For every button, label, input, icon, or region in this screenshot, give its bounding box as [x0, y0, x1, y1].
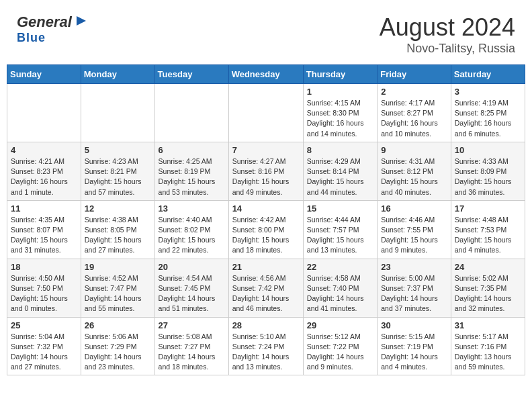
day-number: 3: [455, 87, 521, 97]
logo-general: General: [17, 13, 72, 31]
logo: General Blue: [17, 13, 89, 45]
day-info: Sunrise: 5:02 AM Sunset: 7:35 PM Dayligh…: [455, 273, 521, 314]
day-header-wednesday: Wednesday: [228, 65, 303, 84]
calendar-header-row: SundayMondayTuesdayWednesdayThursdayFrid…: [7, 65, 525, 84]
day-info: Sunrise: 4:17 AM Sunset: 8:27 PM Dayligh…: [381, 98, 447, 139]
calendar-cell: 14Sunrise: 4:42 AM Sunset: 8:00 PM Dayli…: [228, 200, 303, 259]
title-block: August 2024 Novo-Talitsy, Russia: [380, 13, 515, 56]
calendar-title: August 2024: [380, 13, 515, 42]
day-number: 4: [11, 145, 77, 155]
day-info: Sunrise: 4:25 AM Sunset: 8:19 PM Dayligh…: [159, 156, 225, 197]
calendar-cell: 31Sunrise: 5:17 AM Sunset: 7:16 PM Dayli…: [451, 317, 525, 375]
day-info: Sunrise: 4:42 AM Sunset: 8:00 PM Dayligh…: [232, 215, 300, 256]
day-info: Sunrise: 4:54 AM Sunset: 7:45 PM Dayligh…: [159, 273, 225, 314]
calendar-cell: [228, 84, 303, 142]
logo-arrow-icon: [74, 13, 89, 28]
day-number: 10: [455, 145, 521, 155]
day-info: Sunrise: 4:40 AM Sunset: 8:02 PM Dayligh…: [159, 215, 225, 256]
day-header-friday: Friday: [378, 65, 451, 84]
day-number: 15: [307, 203, 373, 214]
day-info: Sunrise: 4:27 AM Sunset: 8:16 PM Dayligh…: [232, 156, 300, 197]
calendar-cell: 9Sunrise: 4:31 AM Sunset: 8:12 PM Daylig…: [378, 142, 451, 200]
day-number: 11: [11, 203, 77, 214]
day-info: Sunrise: 4:29 AM Sunset: 8:14 PM Dayligh…: [307, 156, 373, 197]
calendar-cell: 7Sunrise: 4:27 AM Sunset: 8:16 PM Daylig…: [228, 142, 303, 200]
day-number: 19: [85, 262, 151, 272]
day-number: 20: [159, 262, 225, 272]
day-info: Sunrise: 4:33 AM Sunset: 8:09 PM Dayligh…: [455, 156, 521, 197]
day-info: Sunrise: 4:31 AM Sunset: 8:12 PM Dayligh…: [381, 156, 447, 197]
day-info: Sunrise: 4:21 AM Sunset: 8:23 PM Dayligh…: [11, 156, 77, 197]
day-number: 2: [381, 87, 447, 97]
calendar-cell: 2Sunrise: 4:17 AM Sunset: 8:27 PM Daylig…: [378, 84, 451, 142]
calendar-cell: 20Sunrise: 4:54 AM Sunset: 7:45 PM Dayli…: [154, 259, 228, 317]
calendar-cell: 5Sunrise: 4:23 AM Sunset: 8:21 PM Daylig…: [81, 142, 154, 200]
calendar-cell: 26Sunrise: 5:06 AM Sunset: 7:29 PM Dayli…: [81, 317, 154, 375]
calendar-week-2: 4Sunrise: 4:21 AM Sunset: 8:23 PM Daylig…: [7, 142, 525, 200]
day-info: Sunrise: 5:12 AM Sunset: 7:22 PM Dayligh…: [307, 332, 373, 373]
calendar-cell: 21Sunrise: 4:56 AM Sunset: 7:42 PM Dayli…: [228, 259, 303, 317]
calendar-cell: [7, 84, 81, 142]
day-number: 31: [455, 320, 521, 330]
day-number: 12: [85, 203, 151, 214]
calendar-cell: 16Sunrise: 4:46 AM Sunset: 7:55 PM Dayli…: [378, 200, 451, 259]
day-number: 30: [381, 320, 447, 330]
day-info: Sunrise: 4:58 AM Sunset: 7:40 PM Dayligh…: [307, 273, 373, 314]
day-info: Sunrise: 5:00 AM Sunset: 7:37 PM Dayligh…: [381, 273, 447, 314]
day-info: Sunrise: 4:23 AM Sunset: 8:21 PM Dayligh…: [85, 156, 151, 197]
day-number: 5: [85, 145, 151, 155]
day-number: 27: [159, 320, 225, 330]
day-info: Sunrise: 5:06 AM Sunset: 7:29 PM Dayligh…: [85, 332, 151, 373]
calendar-cell: 4Sunrise: 4:21 AM Sunset: 8:23 PM Daylig…: [7, 142, 81, 200]
day-header-thursday: Thursday: [303, 65, 377, 84]
calendar-cell: 27Sunrise: 5:08 AM Sunset: 7:27 PM Dayli…: [154, 317, 228, 375]
day-info: Sunrise: 5:10 AM Sunset: 7:24 PM Dayligh…: [232, 332, 300, 373]
calendar-cell: 12Sunrise: 4:38 AM Sunset: 8:05 PM Dayli…: [81, 200, 154, 259]
day-info: Sunrise: 4:46 AM Sunset: 7:55 PM Dayligh…: [381, 215, 447, 256]
day-header-monday: Monday: [81, 65, 154, 84]
calendar-cell: [154, 84, 228, 142]
day-header-tuesday: Tuesday: [154, 65, 228, 84]
day-info: Sunrise: 4:56 AM Sunset: 7:42 PM Dayligh…: [232, 273, 300, 314]
calendar-cell: 23Sunrise: 5:00 AM Sunset: 7:37 PM Dayli…: [378, 259, 451, 317]
calendar-cell: 19Sunrise: 4:52 AM Sunset: 7:47 PM Dayli…: [81, 259, 154, 317]
calendar-cell: 3Sunrise: 4:19 AM Sunset: 8:25 PM Daylig…: [451, 84, 525, 142]
day-number: 25: [11, 320, 77, 330]
day-info: Sunrise: 5:15 AM Sunset: 7:19 PM Dayligh…: [381, 332, 447, 373]
calendar-cell: 22Sunrise: 4:58 AM Sunset: 7:40 PM Dayli…: [303, 259, 377, 317]
day-number: 24: [455, 262, 521, 272]
day-number: 7: [232, 145, 300, 155]
calendar-location: Novo-Talitsy, Russia: [380, 42, 515, 56]
day-number: 22: [307, 262, 373, 272]
day-number: 28: [232, 320, 300, 330]
calendar-cell: 25Sunrise: 5:04 AM Sunset: 7:32 PM Dayli…: [7, 317, 81, 375]
calendar-cell: 24Sunrise: 5:02 AM Sunset: 7:35 PM Dayli…: [451, 259, 525, 317]
day-number: 17: [455, 203, 521, 214]
calendar-cell: 6Sunrise: 4:25 AM Sunset: 8:19 PM Daylig…: [154, 142, 228, 200]
calendar-week-1: 1Sunrise: 4:15 AM Sunset: 8:30 PM Daylig…: [7, 84, 525, 142]
day-number: 16: [381, 203, 447, 214]
day-number: 6: [159, 145, 225, 155]
svg-marker-0: [77, 16, 86, 26]
day-number: 1: [307, 87, 373, 97]
day-number: 18: [11, 262, 77, 272]
calendar-cell: 11Sunrise: 4:35 AM Sunset: 8:07 PM Dayli…: [7, 200, 81, 259]
calendar-week-4: 18Sunrise: 4:50 AM Sunset: 7:50 PM Dayli…: [7, 259, 525, 317]
day-info: Sunrise: 4:19 AM Sunset: 8:25 PM Dayligh…: [455, 98, 521, 139]
day-header-saturday: Saturday: [451, 65, 525, 84]
day-info: Sunrise: 4:15 AM Sunset: 8:30 PM Dayligh…: [307, 98, 373, 139]
day-number: 23: [381, 262, 447, 272]
day-info: Sunrise: 4:48 AM Sunset: 7:53 PM Dayligh…: [455, 215, 521, 256]
calendar-cell: 15Sunrise: 4:44 AM Sunset: 7:57 PM Dayli…: [303, 200, 377, 259]
day-number: 26: [85, 320, 151, 330]
calendar-cell: 28Sunrise: 5:10 AM Sunset: 7:24 PM Dayli…: [228, 317, 303, 375]
day-info: Sunrise: 5:17 AM Sunset: 7:16 PM Dayligh…: [455, 332, 521, 373]
day-info: Sunrise: 4:52 AM Sunset: 7:47 PM Dayligh…: [85, 273, 151, 314]
day-header-sunday: Sunday: [7, 65, 81, 84]
calendar-cell: 17Sunrise: 4:48 AM Sunset: 7:53 PM Dayli…: [451, 200, 525, 259]
day-info: Sunrise: 4:44 AM Sunset: 7:57 PM Dayligh…: [307, 215, 373, 256]
day-info: Sunrise: 5:08 AM Sunset: 7:27 PM Dayligh…: [159, 332, 225, 373]
calendar-cell: 1Sunrise: 4:15 AM Sunset: 8:30 PM Daylig…: [303, 84, 377, 142]
day-info: Sunrise: 4:50 AM Sunset: 7:50 PM Dayligh…: [11, 273, 77, 314]
calendar-table: SundayMondayTuesdayWednesdayThursdayFrid…: [7, 64, 525, 375]
